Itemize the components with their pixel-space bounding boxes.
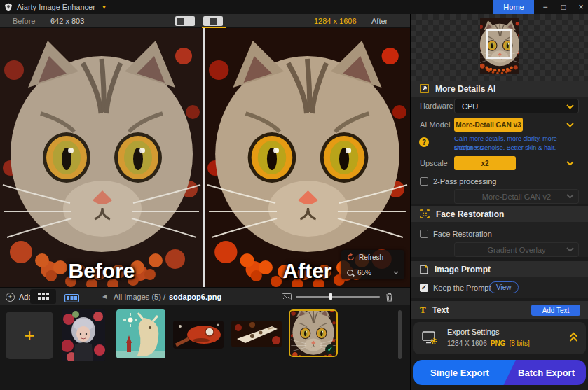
text-icon: T: [420, 305, 426, 316]
more-details-title: More Details AI: [435, 84, 495, 94]
navigator-viewport-rect[interactable]: [486, 29, 512, 59]
keep-prompt-checkbox[interactable]: ✓: [420, 284, 428, 292]
view-prompt-button[interactable]: View: [489, 281, 519, 293]
face-model-chevron-icon: [566, 247, 574, 252]
navigator-minimap[interactable]: [411, 14, 588, 81]
back-arrow-icon[interactable]: ◀: [102, 288, 107, 306]
ai-model-chevron-icon: [566, 123, 574, 127]
before-image: [0, 28, 203, 287]
upscale-label: Upscale: [420, 156, 448, 170]
section-face-restoration: Face Restoration: [411, 206, 588, 222]
breadcrumb-prefix[interactable]: All Images (5) /: [114, 293, 165, 301]
thumbnail-size-slider[interactable]: [296, 296, 380, 298]
single-export-button[interactable]: Single Export: [413, 360, 516, 385]
thumbnail-strip: +: [0, 305, 410, 390]
two-pass-chevron-icon: [566, 194, 574, 199]
breadcrumb-filename: sodapop6.png: [169, 293, 221, 301]
hardware-label: Hardware: [420, 99, 453, 113]
upscale-chevron-icon: [566, 161, 574, 166]
zoom-level: 65%: [357, 269, 371, 277]
thumbnail-cat-selected[interactable]: ✓: [289, 309, 338, 357]
two-pass-model-value: More-Detail GAN v2: [482, 193, 551, 201]
export-settings-card[interactable]: Export Settings 1284 X 1606 PNG [8 bits]: [413, 322, 586, 354]
view-side-by-side-button[interactable]: [203, 16, 223, 26]
maximize-button[interactable]: □: [556, 0, 570, 14]
two-pass-model-dropdown: More-Detail GAN v2: [454, 189, 579, 204]
grid-view-button[interactable]: [30, 289, 56, 304]
face-restoration-checkbox-label: Face Restoration: [433, 229, 492, 239]
view-single-split-icon: [177, 18, 184, 25]
hardware-dropdown[interactable]: CPU: [454, 99, 579, 113]
help-icon[interactable]: ?: [419, 137, 429, 147]
before-overlay-label: Before: [0, 259, 203, 283]
export-format: PNG: [491, 340, 506, 347]
image-prompt-title: Image Prompt: [435, 265, 491, 274]
face-restoration-checkbox[interactable]: [420, 230, 428, 238]
export-settings-title: Export Settings: [447, 328, 500, 336]
thumbnail-girl[interactable]: [62, 309, 105, 361]
after-tab[interactable]: After: [371, 14, 388, 28]
ai-model-value-pill[interactable]: More-Detail GAN v3: [454, 118, 523, 132]
trash-icon[interactable]: [385, 293, 393, 302]
face-restoration-title: Face Restoration: [436, 209, 504, 219]
refresh-button[interactable]: Refresh: [341, 250, 404, 265]
grid-view-icon: [38, 293, 49, 300]
close-button[interactable]: ×: [574, 0, 588, 14]
app-title: Aiarty Image Enhancer: [17, 0, 95, 14]
selected-check-icon: ✓: [325, 344, 335, 354]
more-details-icon: [420, 84, 429, 93]
filmstrip-view-button[interactable]: [64, 293, 79, 305]
zoom-level-dropdown[interactable]: 65%: [341, 265, 404, 279]
section-more-details: More Details AI: [411, 81, 588, 97]
viewer-controls: Refresh 65%: [341, 250, 404, 279]
refresh-label: Refresh: [359, 253, 383, 261]
thumbnail-red-ship-image: [173, 321, 224, 349]
minimize-button[interactable]: −: [538, 0, 552, 14]
settings-sidebar: More Details AI Hardware CPU AI Model Mo…: [410, 14, 588, 390]
export-settings-icon: [422, 331, 438, 345]
face-restoration-icon: [420, 209, 430, 218]
thumbnail-size-icon: [282, 293, 292, 300]
after-size: 1284 x 1606: [314, 14, 357, 28]
thumbnail-girl-image: [62, 309, 105, 361]
thumbnail-white-ship-image: [231, 321, 282, 347]
collapse-icon[interactable]: [569, 332, 578, 343]
section-image-prompt: Image Prompt: [411, 261, 588, 277]
ai-model-label: AI Model: [420, 118, 450, 132]
zoom-chevron-icon: [393, 271, 399, 274]
add-images-button[interactable]: + Add: [6, 288, 33, 306]
two-pass-checkbox[interactable]: [420, 177, 428, 186]
thumbnail-white-ship[interactable]: [231, 321, 282, 347]
thumbnail-monster[interactable]: [116, 309, 165, 358]
view-side-by-side-icon: [210, 18, 217, 25]
after-image-pane[interactable]: After: [205, 28, 410, 287]
after-image: [205, 28, 410, 287]
upscale-value-pill[interactable]: x2: [454, 156, 516, 170]
home-button[interactable]: Home: [493, 0, 534, 14]
image-prompt-icon: [420, 265, 428, 274]
before-tab[interactable]: Before: [13, 14, 35, 28]
add-tile-plus-icon: +: [24, 325, 34, 347]
two-pass-label: 2-Pass processing: [433, 176, 497, 186]
thumbnail-scrollbar[interactable]: [398, 310, 402, 359]
hardware-value: CPU: [462, 102, 478, 111]
add-text-button[interactable]: Add Text: [531, 305, 580, 316]
thumbnail-red-ship[interactable]: [173, 321, 224, 349]
compare-divider[interactable]: [203, 28, 205, 287]
face-model-value: Gradient Overlay: [487, 246, 545, 254]
thumbnail-size-slider-handle[interactable]: [329, 293, 332, 300]
export-size: 1284 X 1606: [447, 340, 487, 347]
upscale-value: x2: [481, 160, 488, 167]
app-window: Aiarty Image Enhancer ▾ Home − □ × Befor…: [0, 0, 588, 390]
compare-header: Before 642 x 803 1284 x 1606 After: [0, 14, 410, 28]
add-image-tile[interactable]: +: [6, 312, 53, 359]
export-buttons: Batch Export Single Export: [413, 360, 586, 385]
keep-prompt-label: Keep the Prompt: [433, 283, 491, 293]
view-single-split-button[interactable]: [175, 16, 195, 26]
model-hint-line2: Deblur + Denoise. Better skin & hair.: [454, 144, 556, 153]
app-menu-chevron-icon[interactable]: ▾: [102, 0, 106, 14]
export-settings-summary: 1284 X 1606 PNG [8 bits]: [447, 340, 530, 347]
ai-model-value: More-Detail GAN v3: [456, 121, 521, 129]
before-image-pane[interactable]: Before: [0, 28, 203, 287]
thumbnail-monster-image: [116, 309, 165, 358]
